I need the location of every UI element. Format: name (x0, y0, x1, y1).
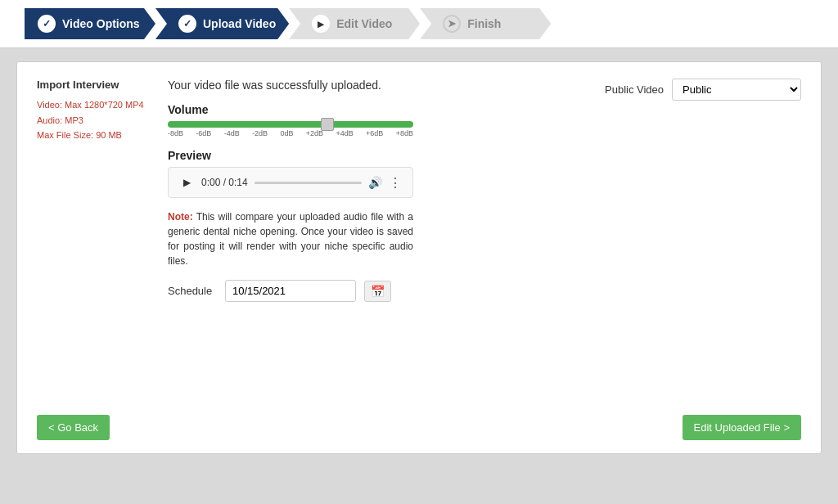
preview-section: Preview ▶ 0:00 / 0:14 🔊 ⋮ (168, 149, 588, 198)
vol-label-6: +4dB (336, 129, 353, 137)
schedule-input[interactable] (225, 280, 356, 302)
step-label-4: Finish (467, 17, 501, 30)
audio-player: ▶ 0:00 / 0:14 🔊 ⋮ (168, 167, 413, 198)
success-message: Your video file was successfully uploade… (168, 79, 588, 92)
schedule-row: Schedule 📅 (168, 280, 801, 302)
preview-title: Preview (168, 149, 588, 162)
step-send-icon: ➤ (443, 15, 461, 33)
player-track[interactable] (255, 182, 362, 184)
step-finish[interactable]: ➤ Finish (420, 8, 551, 39)
note-section: Note: This will compare your uploaded au… (168, 209, 413, 268)
sidebar-info-line-1: Video: Max 1280*720 MP4 (37, 97, 151, 113)
content-area: Your video file was successfully uploade… (168, 79, 588, 268)
note-bold: Note: (168, 211, 193, 223)
public-video-select[interactable]: Public Private Unlisted (672, 79, 801, 101)
step-label-3: Edit Video (336, 17, 392, 30)
step-check-icon-2: ✓ (178, 15, 196, 33)
public-video-label: Public Video (605, 83, 664, 96)
step-label: Video Options (62, 17, 140, 30)
bottom-bar: < Go Back Edit Uploaded File > (37, 415, 801, 440)
volume-icon[interactable]: 🔊 (368, 176, 382, 189)
calendar-button[interactable]: 📅 (364, 281, 391, 302)
volume-slider-container[interactable] (168, 121, 588, 128)
step-check-icon: ✓ (38, 15, 56, 33)
sidebar-title: Import Interview (37, 79, 151, 91)
sidebar-info: Video: Max 1280*720 MP4 Audio: MP3 Max F… (37, 97, 151, 143)
schedule-section: Schedule 📅 (168, 280, 801, 302)
sidebar: Import Interview Video: Max 1280*720 MP4… (37, 79, 160, 143)
play-button[interactable]: ▶ (178, 174, 195, 191)
vol-label-4: 0dB (280, 129, 293, 137)
volume-section: Volume -8dB -6dB -4dB -2dB 0dB +2dB +4dB… (168, 103, 588, 137)
vol-label-1: -6dB (196, 129, 211, 137)
sidebar-info-line-2: Audio: MP3 (37, 113, 151, 128)
vol-label-8: +8dB (396, 129, 413, 137)
vol-label-3: -2dB (252, 129, 268, 137)
schedule-label: Schedule (168, 285, 217, 297)
more-options-icon[interactable]: ⋮ (389, 175, 403, 191)
step-edit-video[interactable]: ▶ Edit Video (289, 8, 420, 39)
vol-label-2: -4dB (224, 129, 240, 137)
right-panel: Public Video Public Private Unlisted (605, 79, 801, 101)
step-upload-video[interactable]: ✓ Upload Video (155, 8, 289, 39)
volume-thumb[interactable] (321, 118, 334, 131)
volume-track (168, 121, 413, 128)
stepper-bar: ✓ Video Options ✓ Upload Video ▶ Edit Vi… (0, 0, 838, 48)
vol-label-0: -8dB (168, 129, 183, 137)
volume-labels: -8dB -6dB -4dB -2dB 0dB +2dB +4dB +6dB +… (168, 129, 413, 137)
time-display: 0:00 / 0:14 (201, 177, 248, 188)
edit-uploaded-button[interactable]: Edit Uploaded File > (683, 415, 801, 440)
sidebar-info-line-3: Max File Size: 90 MB (37, 128, 151, 143)
note-text: This will compare your uploaded audio fi… (168, 211, 413, 267)
main-container: Import Interview Video: Max 1280*720 MP4… (16, 61, 822, 454)
go-back-button[interactable]: < Go Back (37, 415, 110, 440)
vol-label-7: +6dB (366, 129, 383, 137)
volume-title: Volume (168, 103, 588, 116)
step-label-2: Upload Video (203, 17, 276, 30)
step-youtube-icon: ▶ (312, 15, 330, 33)
public-video-row: Public Video Public Private Unlisted (605, 79, 801, 101)
step-video-options[interactable]: ✓ Video Options (25, 8, 155, 39)
